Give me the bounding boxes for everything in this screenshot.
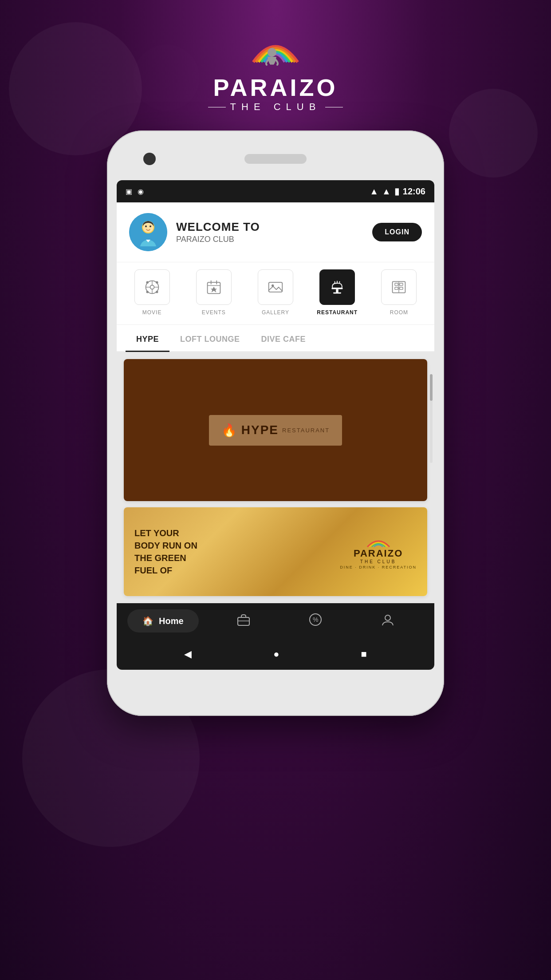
gallery-icon-box (258, 269, 293, 305)
status-sim-icon: ▣ (126, 187, 132, 196)
avatar-icon (129, 213, 167, 251)
status-bar: ▣ ◉ ▲ ▲ ▮ 12:06 (117, 180, 434, 202)
percent-icon: % (309, 613, 322, 626)
user-avatar (129, 213, 167, 251)
nav-item-restaurant[interactable]: RESTAURANT (309, 269, 366, 316)
hype-logo-text: HYPE (241, 423, 279, 437)
logo-subtitle: THE CLUB (208, 101, 343, 113)
home-button[interactable]: ● (273, 648, 279, 660)
nav-item-movie[interactable]: MOVIE (124, 269, 180, 316)
club-name: PARAIZO CLUB (176, 235, 363, 244)
events-icon (206, 279, 222, 295)
svg-point-0 (268, 48, 276, 57)
content-area: 🔥 HYPE RESTAURANT LET YOUR BODY RUN ON T… (117, 352, 434, 603)
offers-nav-icon[interactable]: % (309, 613, 322, 629)
svg-point-4 (145, 225, 147, 227)
app-logo-icon (244, 27, 307, 71)
bottom-nav-icons: % (208, 613, 424, 629)
nav-icons-bar: MOVIE EVENTS (117, 262, 434, 325)
svg-point-9 (156, 281, 158, 284)
app-header: WELCOME TO PARAIZO CLUB LOGIN (117, 202, 434, 262)
paraizo-card-rainbow (365, 534, 392, 548)
restaurant-icon (329, 279, 345, 295)
phone-speaker (244, 154, 307, 164)
phone-bottom-physical (117, 670, 434, 705)
home-nav-icon: 🏠 (142, 616, 153, 626)
svg-rect-21 (269, 282, 283, 292)
tab-dive-cafe[interactable]: DIVE CAFE (251, 325, 317, 351)
status-time: 12:06 (403, 186, 425, 197)
welcome-title: WELCOME TO (176, 220, 363, 234)
home-nav-button[interactable]: 🏠 Home (127, 609, 199, 632)
phone-system-nav: ◀ ● ■ (117, 639, 434, 670)
paraizo-card[interactable]: LET YOUR BODY RUN ON THE GREEN FUEL OF (124, 507, 427, 596)
phone-screen: ▣ ◉ ▲ ▲ ▮ 12:06 (117, 180, 434, 670)
back-button[interactable]: ◀ (184, 648, 192, 660)
svg-rect-33 (400, 287, 403, 289)
svg-point-10 (146, 291, 148, 293)
restaurant-icon-box (319, 269, 355, 305)
svg-rect-35 (238, 617, 249, 625)
recents-button[interactable]: ■ (361, 648, 367, 660)
phone-camera (143, 153, 156, 165)
movie-label: MOVIE (142, 309, 162, 316)
content-wrapper: 🔥 HYPE RESTAURANT LET YOUR BODY RUN ON T… (117, 352, 434, 603)
battery-icon: ▮ (394, 186, 399, 197)
svg-point-5 (150, 225, 151, 227)
svg-rect-32 (395, 287, 398, 289)
svg-point-7 (150, 285, 154, 289)
tab-loft-lounge[interactable]: LOFT LOUNGE (169, 325, 251, 351)
login-button[interactable]: LOGIN (372, 223, 422, 241)
svg-marker-20 (211, 287, 217, 292)
scrollbar-track[interactable] (430, 374, 433, 463)
status-right-icons: ▲ ▲ ▮ 12:06 (370, 186, 425, 197)
profile-nav-icon[interactable] (381, 613, 394, 629)
svg-text:%: % (313, 616, 318, 623)
nav-item-events[interactable]: EVENTS (185, 269, 242, 316)
svg-point-11 (156, 291, 158, 293)
gallery-icon (268, 279, 283, 295)
phone-frame: ▣ ◉ ▲ ▲ ▮ 12:06 (107, 130, 444, 716)
nav-item-room[interactable]: ROOM (371, 269, 427, 316)
paraizo-card-title: PARAIZO (354, 548, 403, 559)
status-camera-icon: ◉ (138, 187, 144, 196)
bottom-nav: 🏠 Home % (117, 603, 434, 639)
room-icon (391, 279, 407, 295)
svg-rect-30 (395, 283, 398, 285)
nav-item-gallery[interactable]: GALLERY (247, 269, 303, 316)
gallery-label: GALLERY (262, 309, 289, 316)
briefcase-icon (237, 613, 250, 626)
profile-icon (381, 613, 394, 626)
paraizo-card-image: LET YOUR BODY RUN ON THE GREEN FUEL OF (124, 507, 427, 596)
hype-flame-icon: 🔥 (221, 423, 238, 438)
header-text: WELCOME TO PARAIZO CLUB (176, 220, 363, 244)
hype-card[interactable]: 🔥 HYPE RESTAURANT (124, 359, 427, 501)
events-label: EVENTS (202, 309, 226, 316)
signal-icon: ▲ (382, 186, 391, 197)
movie-icon-box (134, 269, 170, 305)
phone-top-bar (117, 141, 434, 177)
movie-icon (144, 279, 160, 295)
scrollbar-thumb (430, 374, 433, 401)
tab-hype[interactable]: HYPE (126, 325, 169, 351)
hype-logo: 🔥 HYPE RESTAURANT (209, 415, 342, 446)
hype-card-image: 🔥 HYPE RESTAURANT (124, 359, 427, 501)
paraizo-card-logo: PARAIZO THE CLUB DINE · DRINK · RECREATI… (340, 534, 417, 569)
logo-title: PARAIZO (213, 75, 338, 99)
room-label: ROOM (390, 309, 408, 316)
tabs-bar: HYPE LOFT LOUNGE DIVE CAFE (117, 325, 434, 352)
paraizo-card-text: LET YOUR BODY RUN ON THE GREEN FUEL OF (134, 527, 205, 577)
room-icon-box (381, 269, 417, 305)
svg-rect-31 (400, 283, 403, 285)
paraizo-tagline: DINE · DRINK · RECREATION (340, 565, 417, 569)
hype-sub-text: RESTAURANT (282, 427, 330, 434)
wifi-icon: ▲ (370, 186, 378, 197)
svg-rect-23 (332, 288, 343, 289)
svg-point-39 (385, 615, 390, 620)
svg-rect-25 (333, 292, 341, 294)
events-icon-box (196, 269, 232, 305)
status-left-icons: ▣ ◉ (126, 187, 144, 196)
restaurant-label: RESTAURANT (317, 309, 358, 316)
menu-nav-icon[interactable] (237, 613, 250, 629)
green-fuel-text: LET YOUR BODY RUN ON THE GREEN FUEL OF (134, 527, 205, 577)
